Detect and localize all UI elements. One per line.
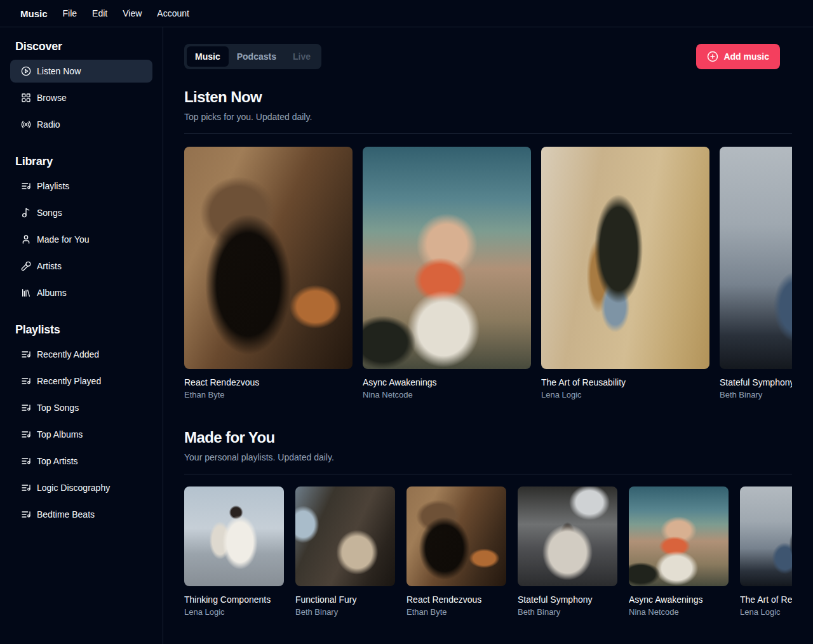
sidebar-item-label: Logic Discography xyxy=(37,483,110,492)
album-artist: Lena Logic xyxy=(541,390,709,400)
tab-music[interactable]: Music xyxy=(187,46,229,67)
album-art-thinking-components xyxy=(184,486,284,586)
tab-podcasts[interactable]: Podcasts xyxy=(229,46,285,67)
album-art-art-of-reusability xyxy=(541,147,709,369)
album-card[interactable]: The Art of Reusability Lena Logic xyxy=(541,147,709,400)
sidebar-item-top-albums[interactable]: Top Albums xyxy=(10,423,152,446)
add-music-button[interactable]: Add music xyxy=(696,44,780,69)
sidebar-item-albums[interactable]: Albums xyxy=(10,281,152,304)
made-for-you-section: Made for You Your personal playlists. Up… xyxy=(184,429,813,617)
album-artist: Ethan Byte xyxy=(184,390,353,400)
album-row-made-for-you: Thinking Components Lena Logic Functiona… xyxy=(184,486,792,617)
content-tabs: Music Podcasts Live xyxy=(184,44,321,69)
album-card[interactable]: Thinking Components Lena Logic xyxy=(184,486,284,617)
list-music-icon xyxy=(21,456,31,466)
sidebar-item-recently-played[interactable]: Recently Played xyxy=(10,370,152,392)
album-art-stateful-symphony xyxy=(720,147,792,369)
sidebar-item-top-artists[interactable]: Top Artists xyxy=(10,450,152,473)
album-art-art-of-reusability xyxy=(740,486,792,586)
sidebar-item-label: Browse xyxy=(37,93,67,102)
album-title: React Rendezvous xyxy=(406,594,506,605)
music-note-icon xyxy=(21,208,31,218)
add-music-label: Add music xyxy=(723,52,769,61)
sidebar-item-label: Listen Now xyxy=(37,67,81,76)
list-music-icon xyxy=(21,509,31,520)
album-art-functional-fury xyxy=(295,486,395,586)
sidebar-item-label: Playlists xyxy=(37,182,69,191)
album-card[interactable]: Stateful Symphony Beth Binary xyxy=(720,147,792,400)
user-icon xyxy=(21,234,31,245)
sidebar-item-logic-discography[interactable]: Logic Discography xyxy=(10,476,152,499)
sidebar-item-label: Artists xyxy=(37,262,62,271)
sidebar-item-label: Recently Played xyxy=(37,377,101,386)
microphone-icon xyxy=(21,261,31,271)
section-subtitle: Top picks for you. Updated daily. xyxy=(184,111,813,123)
listen-now-section: Listen Now Top picks for you. Updated da… xyxy=(184,89,813,400)
album-artist: Beth Binary xyxy=(720,390,792,400)
album-artist: Nina Netcode xyxy=(629,607,729,617)
album-art-async-awakenings xyxy=(363,147,531,369)
tab-live[interactable]: Live xyxy=(285,46,319,67)
album-title: Stateful Symphony xyxy=(518,594,617,605)
music-app-window: Music File Edit View Account Discover Li… xyxy=(0,0,813,644)
sidebar-item-bedtime-beats[interactable]: Bedtime Beats xyxy=(10,503,152,526)
album-card[interactable]: Functional Fury Beth Binary xyxy=(295,486,395,617)
menu-music[interactable]: Music xyxy=(13,4,55,23)
list-music-icon xyxy=(21,483,31,493)
album-title: Async Awakenings xyxy=(363,377,531,388)
app-body: Discover Listen Now Browse Radio Library xyxy=(0,27,813,644)
sidebar-item-top-songs[interactable]: Top Songs xyxy=(10,396,152,419)
album-artist: Ethan Byte xyxy=(406,607,506,617)
sidebar-item-label: Radio xyxy=(37,120,60,129)
sidebar-section-title: Library xyxy=(15,155,152,168)
menu-edit[interactable]: Edit xyxy=(84,4,115,23)
album-card[interactable]: The Art of Reusability Lena Logic xyxy=(740,486,792,617)
album-card[interactable]: Stateful Symphony Beth Binary xyxy=(518,486,617,617)
album-card[interactable]: React Rendezvous Ethan Byte xyxy=(406,486,506,617)
menu-view[interactable]: View xyxy=(115,4,149,23)
sidebar-section-library: Library Playlists Songs Made for You Art… xyxy=(10,155,152,304)
sidebar-section-title: Playlists xyxy=(15,323,152,337)
separator xyxy=(184,133,792,134)
layout-grid-icon xyxy=(21,93,31,103)
sidebar-item-label: Top Artists xyxy=(37,457,78,466)
sidebar-item-listen-now[interactable]: Listen Now xyxy=(10,60,152,83)
play-circle-icon xyxy=(21,66,31,76)
sidebar-item-artists[interactable]: Artists xyxy=(10,255,152,278)
album-artist: Lena Logic xyxy=(740,607,792,617)
sidebar-item-made-for-you[interactable]: Made for You xyxy=(10,228,152,251)
sidebar-item-recently-added[interactable]: Recently Added xyxy=(10,343,152,366)
menu-account[interactable]: Account xyxy=(149,4,197,23)
sidebar-item-label: Bedtime Beats xyxy=(37,510,95,519)
list-music-icon xyxy=(21,181,31,191)
section-title: Listen Now xyxy=(184,89,813,105)
album-card[interactable]: Async Awakenings Nina Netcode xyxy=(363,147,531,400)
sidebar-item-label: Recently Added xyxy=(37,350,99,359)
album-title: Async Awakenings xyxy=(629,594,729,605)
album-title: Stateful Symphony xyxy=(720,377,792,388)
library-icon xyxy=(21,288,31,298)
album-art-react-rendezvous xyxy=(406,486,506,586)
sidebar-item-browse[interactable]: Browse xyxy=(10,86,152,109)
album-artist: Beth Binary xyxy=(295,607,395,617)
sidebar-section-playlists: Playlists Recently Added Recently Played… xyxy=(10,323,152,526)
plus-circle-icon xyxy=(707,51,718,62)
separator xyxy=(184,474,792,474)
sidebar-item-songs[interactable]: Songs xyxy=(10,201,152,224)
album-title: The Art of Reusability xyxy=(541,377,709,388)
sidebar-item-label: Top Albums xyxy=(37,430,83,439)
radio-icon xyxy=(21,119,31,130)
album-row-listen-now: React Rendezvous Ethan Byte Async Awaken… xyxy=(184,147,792,400)
album-card[interactable]: Async Awakenings Nina Netcode xyxy=(629,486,729,617)
album-artist: Nina Netcode xyxy=(363,390,531,400)
album-card[interactable]: React Rendezvous Ethan Byte xyxy=(184,147,353,400)
sidebar-item-label: Top Songs xyxy=(37,403,79,412)
sidebar-item-label: Songs xyxy=(37,208,62,217)
menu-file[interactable]: File xyxy=(55,4,85,23)
album-art-react-rendezvous xyxy=(184,147,353,369)
list-music-icon xyxy=(21,429,31,439)
list-music-icon xyxy=(21,403,31,413)
sidebar-item-radio[interactable]: Radio xyxy=(10,113,152,136)
sidebar-item-playlists[interactable]: Playlists xyxy=(10,175,152,198)
album-title: Functional Fury xyxy=(295,594,395,605)
